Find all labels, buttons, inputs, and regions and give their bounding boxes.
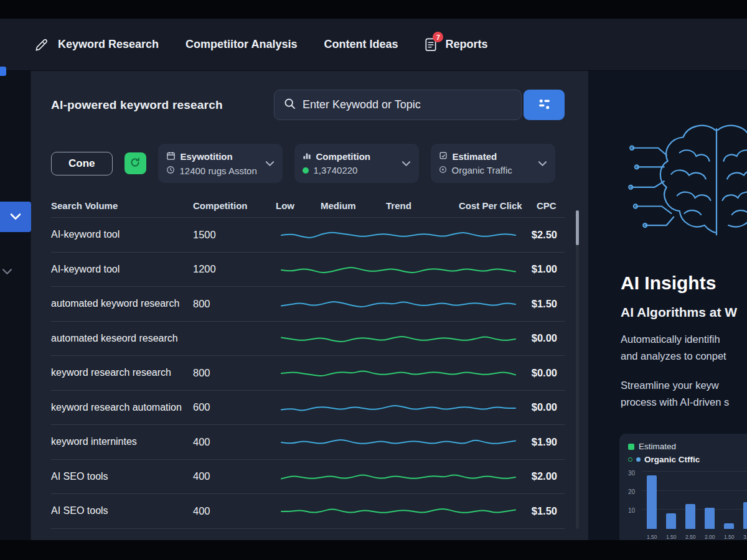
chart-legend-1: Estimated: [628, 442, 747, 451]
legend-ring-icon: [628, 457, 632, 462]
chart-legend-2: Organic Ctffic: [628, 455, 747, 464]
page-title: AI-powered keyword research: [51, 98, 223, 112]
nav-label: Competiitor Analysis: [186, 38, 297, 51]
table-header-row: Search Volume Competition Low Medium Tre…: [51, 200, 565, 211]
nav-item-content-ideas[interactable]: Content Ideas: [324, 38, 398, 51]
bar-x-label: 2.50: [685, 534, 695, 540]
ai-insights-paragraph-1: Automatically identifih and analyzes to …: [621, 331, 726, 365]
table-row[interactable]: AI-keyword tool 1200 $1.00: [51, 253, 565, 287]
col-header-cost-per-click: Cost Per Click: [459, 200, 537, 211]
table-row[interactable]: AI-keyword tool 1500 $2.50: [51, 218, 565, 253]
col-header-medium: Medium: [321, 200, 386, 211]
trend-sparkline: [280, 431, 517, 453]
nav-item-reports[interactable]: 7 Reports: [425, 37, 487, 52]
trend-sparkline: [280, 362, 517, 384]
cpc-cell: $0.00: [517, 401, 565, 413]
refresh-button[interactable]: [125, 152, 146, 174]
trend-sparkline: [280, 327, 517, 350]
bar-x-label: 1.50: [724, 534, 734, 540]
keyword-cell: AI SEO tools: [51, 505, 193, 516]
table-row[interactable]: AI SEO tools 400 $2.00: [51, 460, 565, 495]
reports-document-icon: 7: [425, 37, 437, 52]
trend-sparkline: [280, 258, 517, 281]
table-row[interactable]: keyword research automation 600 $0.00: [51, 391, 565, 426]
keyword-search-input[interactable]: [303, 98, 512, 111]
search-submit-button[interactable]: [524, 90, 565, 120]
search-icon: [284, 98, 296, 112]
volume-cell: 800: [193, 298, 280, 310]
bar-x-label: 3.00: [743, 534, 747, 540]
col-header-search-volume: Search Volume: [51, 200, 193, 211]
table-row[interactable]: keyword internintes 400 $1.90: [51, 425, 565, 460]
trend-sparkline: [280, 396, 517, 419]
bar-x-label: 1.50: [666, 534, 676, 540]
bottom-strip: [0, 540, 747, 560]
main-panel: AI-powered keyword research: [31, 71, 588, 540]
trend-sparkline: [280, 292, 517, 315]
clone-button[interactable]: Cone: [51, 152, 113, 175]
nav-item-keyword-research[interactable]: Keyword Research: [34, 37, 159, 53]
green-dot-icon: [303, 167, 309, 174]
table-row[interactable]: AI SEO tools 400 $1.50: [51, 494, 565, 529]
bar: [724, 523, 734, 529]
legend-label: Estimated: [639, 442, 676, 451]
ai-insights-panel: AI Insights AI Algorithms at W Automatic…: [588, 71, 747, 540]
square-metric-icon: [439, 151, 448, 162]
clock-icon: [166, 166, 175, 176]
ai-brain-circuit-illustration: [623, 117, 747, 254]
legend-label: Organic Ctffic: [644, 455, 700, 464]
dropdown-competition-filter[interactable]: Competition 1,3740220: [294, 144, 419, 183]
estimated-traffic-chart-card: Estimated Organic Ctffic 30 20 10 1.501.…: [619, 434, 747, 540]
cpc-cell: $1.50: [517, 505, 565, 517]
active-tab-indicator: [0, 67, 6, 76]
sidebar: [0, 71, 31, 540]
mini-bar-xlabels: 1.501.502.502.001.503.00: [647, 534, 747, 540]
chevron-down-icon: [395, 161, 411, 167]
app-window: Keyword Research Competiitor Analysis Co…: [0, 0, 747, 560]
col-header-competition: Competition: [193, 200, 276, 211]
legend-dot-icon: [636, 457, 641, 462]
nav-label: Keyword Research: [58, 38, 159, 51]
table-row[interactable]: automated keyword research 800 $1.50: [51, 287, 565, 322]
main-scrollbar-track[interactable]: [576, 210, 579, 529]
keyword-cell: AI-keyword tool: [51, 264, 193, 275]
keyword-cell: keyword research automation: [51, 402, 193, 413]
dropdown-label: Estimated: [453, 151, 497, 162]
sidebar-active-item[interactable]: [0, 202, 31, 232]
col-header-cpc: CPC: [537, 200, 565, 211]
dropdown-keyword-filter[interactable]: Esywotition 12400 rugs Asston: [158, 144, 283, 183]
ai-insights-title: AI Insights: [621, 273, 716, 294]
table-row[interactable]: keyword research research 800 $0.00: [51, 356, 565, 391]
cpc-cell: $2.50: [517, 229, 565, 241]
top-nav: Keyword Research Competiitor Analysis Co…: [0, 19, 747, 71]
dropdown-label: Competition: [316, 151, 371, 162]
keyword-cell: automated keseord research: [51, 333, 193, 344]
table-body: AI-keyword tool 1500 $2.50 AI-keyword to…: [51, 217, 565, 529]
table-row[interactable]: automated keseord research $0.00: [51, 322, 565, 357]
dropdown-value: 1,3740220: [314, 165, 358, 175]
cpc-cell: $2.00: [517, 470, 565, 482]
main-scrollbar-thumb[interactable]: [576, 210, 579, 245]
chevron-down-icon: [2, 266, 12, 277]
bar: [743, 502, 747, 529]
keyword-cell: AI-keyword tool: [51, 229, 193, 240]
cpc-cell: $1.90: [517, 436, 565, 448]
app-logo-icon: [34, 37, 50, 53]
trend-sparkline: [280, 223, 517, 246]
dropdown-traffic-filter[interactable]: Estimated Organic Traffic: [431, 144, 555, 183]
keyword-cell: automated keyword research: [51, 298, 193, 309]
nav-label: Reports: [445, 38, 487, 51]
nav-item-competitor-analysis[interactable]: Competiitor Analysis: [186, 38, 297, 51]
chevron-down-icon: [10, 212, 21, 223]
bar: [666, 513, 676, 529]
chevron-down-icon: [259, 161, 275, 167]
keyword-search-box: [274, 90, 522, 120]
sidebar-collapse-chevron[interactable]: [2, 266, 12, 278]
mini-bar-plot: [647, 472, 747, 529]
volume-cell: 400: [193, 470, 280, 482]
y-axis-tick: 30: [628, 470, 635, 477]
search-settings-icon: [537, 97, 552, 113]
circle-metric-icon: [439, 165, 447, 175]
ai-insights-subtitle: AI Algorithms at W: [621, 305, 737, 320]
trend-sparkline: [280, 465, 517, 488]
